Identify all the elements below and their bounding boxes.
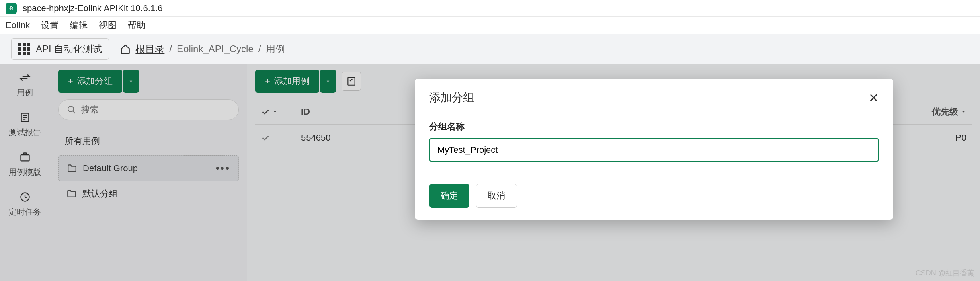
confirm-button[interactable]: 确定	[429, 184, 469, 208]
menu-view[interactable]: 视图	[99, 19, 117, 31]
breadcrumb: 根目录 / Eolink_API_Cycle / 用例	[120, 43, 285, 55]
breadcrumb-root[interactable]: 根目录	[135, 43, 164, 55]
modal-body: 分组名称	[415, 117, 893, 174]
menu-eolink[interactable]: Eolink	[6, 20, 30, 31]
close-icon[interactable]: ✕	[869, 91, 879, 105]
section-button[interactable]: API 自动化测试	[11, 38, 109, 60]
watermark: CSDN @红目香薰	[916, 268, 974, 278]
window-title: space-hphxjz-Eolink APIKit 10.6.1.6	[23, 3, 163, 14]
modal-header: 添加分组 ✕	[415, 79, 893, 117]
menu-settings[interactable]: 设置	[41, 19, 59, 31]
menu-help[interactable]: 帮助	[128, 19, 146, 31]
titlebar: e space-hphxjz-Eolink APIKit 10.6.1.6	[0, 0, 980, 17]
breadcrumb-item-1[interactable]: Eolink_API_Cycle	[177, 43, 254, 55]
breadcrumb-sep: /	[169, 43, 172, 55]
modal-footer: 确定 取消	[415, 174, 893, 220]
breadcrumb-item-2[interactable]: 用例	[266, 43, 285, 55]
breadcrumb-sep: /	[258, 43, 261, 55]
add-group-modal: 添加分组 ✕ 分组名称 确定 取消	[415, 79, 893, 220]
toolbar: API 自动化测试 根目录 / Eolink_API_Cycle / 用例	[0, 34, 980, 64]
cancel-button[interactable]: 取消	[476, 184, 517, 208]
field-label: 分组名称	[429, 121, 879, 133]
app-icon: e	[6, 3, 17, 14]
home-icon	[120, 44, 131, 54]
modal-title: 添加分组	[429, 90, 474, 105]
section-label: API 自动化测试	[36, 43, 102, 55]
group-name-input[interactable]	[429, 138, 879, 162]
menu-edit[interactable]: 编辑	[70, 19, 88, 31]
menubar: Eolink 设置 编辑 视图 帮助	[0, 17, 980, 34]
grid-icon	[18, 43, 30, 55]
